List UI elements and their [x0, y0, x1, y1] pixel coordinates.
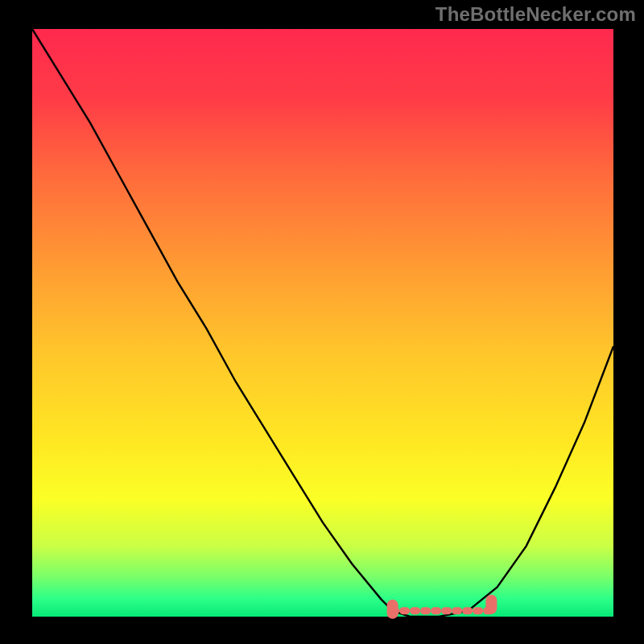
sweet-spot-end-dot	[485, 595, 497, 614]
bottleneck-chart	[0, 0, 644, 644]
plot-area	[32, 29, 613, 617]
chart-frame: TheBottleNecker.com	[0, 0, 644, 644]
watermark-text: TheBottleNecker.com	[436, 3, 636, 26]
sweet-spot-start-dot	[387, 600, 398, 619]
